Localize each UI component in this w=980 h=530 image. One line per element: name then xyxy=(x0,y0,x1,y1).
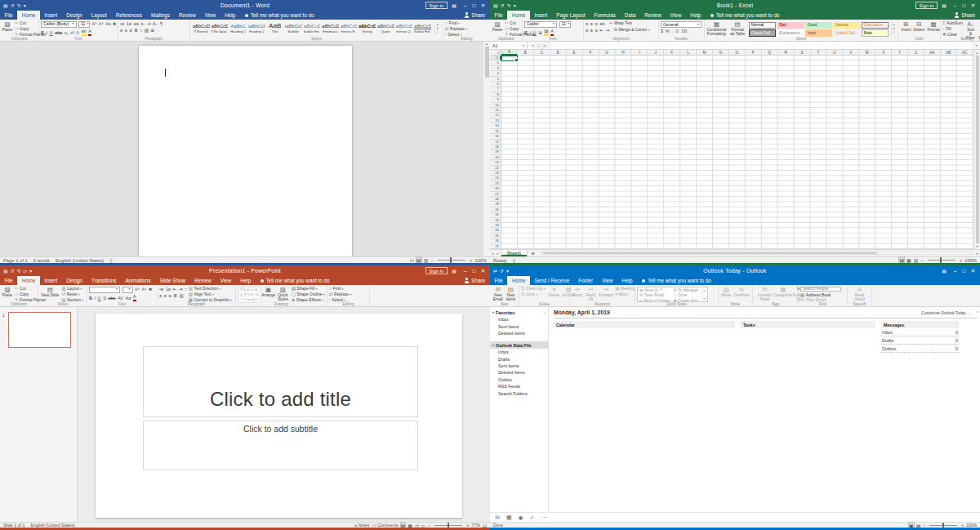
tellme-box[interactable]: Tell me what you want to do xyxy=(706,11,785,20)
column-header-AB[interactable]: AB xyxy=(941,50,957,56)
web-layout-icon[interactable]: ▥ xyxy=(424,257,429,263)
select-all-button[interactable] xyxy=(490,50,501,56)
cut-icon[interactable]: ✂Cut xyxy=(15,21,26,26)
format-as-table-button[interactable]: ▤ Format as Table xyxy=(728,21,747,37)
style-chip[interactable]: AaBbCcDc Quote xyxy=(376,21,395,36)
style-chip[interactable]: AaBbCcDc Subtle Em... xyxy=(303,21,322,36)
paste-button[interactable]: ▨ Paste xyxy=(2,287,13,298)
minimize-button[interactable]: – xyxy=(461,0,470,11)
ribbon-tab[interactable]: Help xyxy=(686,11,706,20)
bold-icon[interactable]: B xyxy=(524,30,528,36)
ribbon-tab[interactable]: Home xyxy=(507,11,530,20)
new-items-icon[interactable]: ▤New Items xyxy=(505,287,517,302)
align-center-icon[interactable]: ≡ xyxy=(125,28,127,33)
cell-styles-scrollbar[interactable]: ▴▾≡ xyxy=(891,21,896,35)
multilevel-list-icon[interactable]: a≡ xyxy=(134,21,139,27)
column-header-M[interactable]: M xyxy=(697,50,713,56)
font-size-combo[interactable]: 11▾ xyxy=(559,21,571,28)
column-header-AA[interactable]: AA xyxy=(924,50,941,56)
reset-icon[interactable]: ↺Reset▾ xyxy=(62,292,80,297)
excel-horizontal-scrollbar[interactable] xyxy=(541,252,972,255)
column-header-D[interactable]: D xyxy=(550,50,567,56)
align-right-icon[interactable]: ≡ xyxy=(130,28,132,33)
ribbon-tab[interactable]: Page Layout xyxy=(552,11,590,20)
bold-icon[interactable]: B xyxy=(89,296,92,301)
fill-color-icon[interactable]: ▨ xyxy=(544,29,548,36)
excel-cells[interactable] xyxy=(501,56,973,249)
zoom-in-button[interactable]: + xyxy=(960,258,962,263)
zoom-level[interactable]: 100% xyxy=(474,258,487,263)
page-break-view-icon[interactable]: ▥ xyxy=(914,257,919,263)
delete-cells-icon[interactable]: ⊟Delete xyxy=(912,21,926,33)
align-left-icon[interactable]: ≡ xyxy=(586,28,588,33)
ribbon-tab[interactable]: View xyxy=(598,276,618,285)
word-count[interactable]: 0 words xyxy=(33,258,50,263)
grow-font-icon[interactable]: A˄ xyxy=(135,287,140,293)
column-header-B[interactable]: B xyxy=(518,50,534,56)
arrange-button[interactable]: ▣ Arrange xyxy=(263,287,274,298)
zoom-out-button[interactable]: − xyxy=(920,258,923,263)
excel-titlebar[interactable]: ▤↺↻▾ Book1 - Excel Sign in ▤ – □ ✕ xyxy=(490,0,980,11)
font-name-combo[interactable]: Calibri▾ xyxy=(524,21,557,28)
ribbon-tab[interactable]: Help xyxy=(236,276,256,285)
shapes-gallery[interactable]: □ ╲ ▭ ○ ◇△ ▽ ○ ▷ ◁☆ □ ▭ ◇ ○ xyxy=(238,287,261,303)
to-manager-icon[interactable]: ✉To Manager xyxy=(674,288,698,292)
tellme-box[interactable]: Tell me what you want to do xyxy=(256,276,335,285)
close-button[interactable]: ✕ xyxy=(479,0,488,11)
enter-icon[interactable]: ✓ xyxy=(537,43,541,48)
outlook-titlebar[interactable]: ⇄↺▾ Outlook Today - Outlook ▤ – □ ✕ xyxy=(490,265,980,276)
line-spacing-icon[interactable]: ↕ xyxy=(185,287,187,292)
align-top-icon[interactable]: ≡ xyxy=(586,21,588,27)
address-book-icon[interactable]: ▤Address Book xyxy=(800,293,831,298)
accessibility-icon[interactable]: ▯ xyxy=(513,257,515,263)
decrease-decimal-icon[interactable]: .00 xyxy=(680,29,687,34)
start-slideshow-icon[interactable]: ▻ xyxy=(24,269,28,274)
slide-editor[interactable]: Click to add title Click to add subtitle xyxy=(96,314,462,518)
ribbon-tab[interactable]: File xyxy=(0,11,17,20)
increase-decimal-icon[interactable]: .0 xyxy=(675,29,679,34)
comma-icon[interactable]: , xyxy=(671,29,673,34)
ribbon-tab[interactable]: Formulas xyxy=(590,11,620,20)
ribbon-tab[interactable]: Review xyxy=(175,11,201,20)
find-icon[interactable]: ○Find▾ xyxy=(329,287,344,292)
read-aloud-icon[interactable]: ARead Aloud xyxy=(849,287,870,302)
ribbon-tab[interactable]: View xyxy=(666,11,686,20)
cell-style-chip[interactable]: Neutral xyxy=(833,22,861,29)
maximize-button[interactable]: □ xyxy=(960,265,969,276)
signin-button[interactable]: Sign in xyxy=(425,267,448,274)
messages-header[interactable]: Messages xyxy=(881,321,959,328)
percent-icon[interactable]: % xyxy=(666,29,670,34)
column-header-J[interactable]: J xyxy=(648,50,664,56)
style-chip[interactable]: AaBbCcDc ¶ Normal xyxy=(192,21,211,36)
zoom-in-button[interactable]: + xyxy=(470,258,472,263)
clean-up-icon[interactable]: ⇅Clean Up▾ xyxy=(521,287,546,292)
move-icon[interactable]: ▨Move xyxy=(720,287,733,298)
find-icon[interactable]: ○Find▾ xyxy=(445,21,460,26)
underline-icon[interactable]: U xyxy=(50,30,53,36)
ribbon-tab[interactable]: Send / Receive xyxy=(530,276,574,285)
new-slide-button[interactable]: ▤ New Slide xyxy=(40,287,60,298)
shading-icon[interactable]: ▨ xyxy=(145,28,149,33)
column-header-Y[interactable]: Y xyxy=(892,50,908,56)
more-icon[interactable]: ▾More xyxy=(615,292,627,297)
ribbon-tab[interactable]: Insert xyxy=(530,11,552,20)
column-header-V[interactable]: V xyxy=(843,50,859,56)
redo-icon[interactable]: ↻ xyxy=(17,3,21,8)
ribbon-tab[interactable]: References xyxy=(111,11,146,20)
save-icon[interactable]: ▤ xyxy=(493,3,498,8)
clear-formatting-icon[interactable]: ✽ xyxy=(149,287,152,293)
shrink-font-icon[interactable]: A˅ xyxy=(99,22,104,28)
maximize-button[interactable]: □ xyxy=(960,0,969,11)
folder-item[interactable]: Sent Items xyxy=(490,363,548,369)
ribbon-tab[interactable]: Animations xyxy=(121,276,155,285)
data-file-header[interactable]: ▾ Outlook Data File xyxy=(490,341,548,349)
minimize-button[interactable]: – xyxy=(951,0,960,11)
align-right-icon[interactable]: ≡ xyxy=(595,28,598,33)
column-header-X[interactable]: X xyxy=(875,50,892,56)
accounting-format-icon[interactable]: $ xyxy=(661,29,663,34)
maximize-button[interactable]: □ xyxy=(470,0,479,11)
text-direction-icon[interactable]: ▤Text Direction▾ xyxy=(189,287,221,292)
justify-icon[interactable]: ≣ xyxy=(134,28,138,33)
column-header-A[interactable]: A xyxy=(501,50,518,56)
italic-icon[interactable]: I xyxy=(95,296,96,301)
